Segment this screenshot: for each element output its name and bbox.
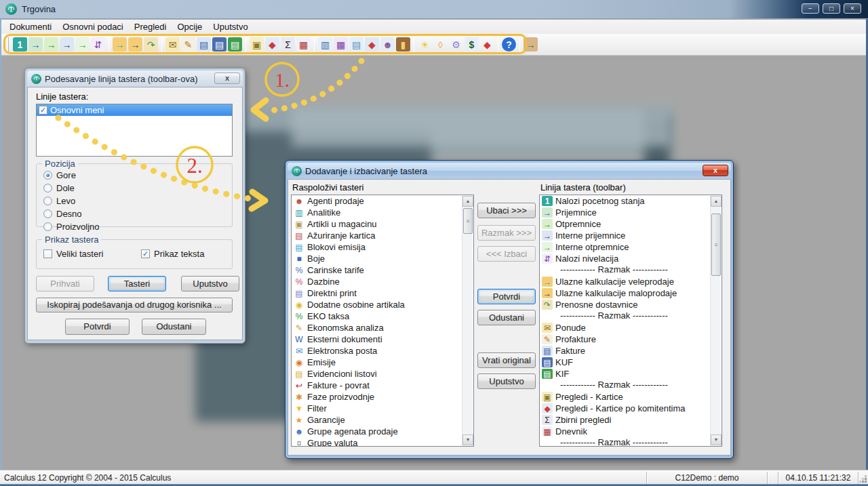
knjiga-podsetnik-icon[interactable]: ▮ [396,37,410,52]
right-list-scrollbar[interactable]: ▲ ▼ [710,196,721,445]
razmak-separator-item[interactable]: ------------ Razmak ------------ [540,380,722,391]
menu-item-uputstvo[interactable]: Uputstvo [208,20,253,33]
left-list-scrollbar[interactable]: ▲ ▼ [462,196,473,445]
odustani-button[interactable]: Odustani [477,310,536,325]
nalozi-pocetnog-stanja-icon[interactable]: 1 [13,37,27,52]
checkbox-icon[interactable]: ✓ [141,249,150,258]
zbirni-pregledi-icon[interactable]: Σ [281,37,295,52]
list-item-a-uriranje-kartica[interactable]: ▤Ažuriranje kartica [292,230,473,241]
radio-levo[interactable]: Levo [43,195,232,207]
list-item-ponude[interactable]: ✉Ponude [540,322,722,333]
izlaz-icon[interactable]: → [524,37,538,52]
prijemnice-icon[interactable]: → [28,37,43,52]
interne-otpremnice-icon[interactable]: → [75,37,90,52]
list-item-analitike[interactable]: ▥Analitike [292,207,473,218]
uputstvo-button[interactable]: Uputstvo [477,373,536,389]
list-item-pregledi-kartice-po-komitentima[interactable]: ◆Pregledi - Kartice po komitentima [540,403,722,414]
maximize-button[interactable]: □ [823,3,840,14]
list-item-zbirni-pregledi[interactable]: ΣZbirni pregledi [540,414,722,426]
minimize-button[interactable]: − [802,3,819,14]
toolbar-grip[interactable] [7,37,9,52]
list-item-carinske-tarife[interactable]: %Carinske tarife [292,264,473,276]
list-item-prijemnice[interactable]: →Prijemnice [540,207,722,218]
vrati-original-button[interactable]: Vrati original [477,352,536,368]
fakture-icon[interactable]: ▤ [197,37,211,52]
ponude-icon[interactable]: ✉ [165,37,180,52]
list-item-kif[interactable]: ▤KIF [540,368,722,380]
potvrdi-button[interactable]: Potvrdi [65,319,130,335]
list-item-kuf[interactable]: ▤KUF [540,357,722,368]
menu-item-pregledi[interactable]: Pregledi [129,20,172,33]
scroll-down-icon[interactable]: ▼ [711,434,722,445]
menu-item-opcije[interactable]: Opcije [172,20,208,33]
pregled-po-agentima-icon[interactable]: ☻ [380,37,395,52]
list-item-eksterni-dokumenti[interactable]: WEksterni dokumenti [292,333,473,345]
radio-icon[interactable] [43,209,52,218]
radio-desno[interactable]: Desno [43,208,232,220]
list-item-dazbine[interactable]: %Dazbine [292,276,473,287]
list-item-artikli-u-magacinu[interactable]: ▣Artikli u magacinu [292,218,473,230]
uputstvo-button[interactable]: Uputstvo [181,276,239,291]
otpremnice-icon[interactable]: → [44,37,58,52]
list-item-nalozi-nivelacija[interactable]: ⇵Nalozi nivelacija [540,253,722,264]
radio-proizvoljno[interactable]: Proizvoljno [43,221,232,232]
list-item-profakture[interactable]: ✎Profakture [540,333,722,345]
radio-icon[interactable] [43,197,52,205]
list-item-pregledi-kartice[interactable]: ▣Pregledi - Kartice [540,391,722,403]
dialog2-close-icon[interactable]: x [703,165,728,176]
radio-icon[interactable] [43,184,52,193]
scrollbar-thumb[interactable] [463,208,473,234]
list-item-fakture[interactable]: ▤Fakture [540,345,722,357]
close-button[interactable]: × [844,3,861,14]
blagajna-icon[interactable]: $ [465,37,479,52]
pomoc-icon[interactable]: ? [502,37,516,52]
toolbar-lines-list[interactable]: ✓Osnovni meni [36,104,233,157]
menu-item-osnovni-podaci[interactable]: Osnovni podaci [57,20,129,33]
kif-icon[interactable]: ▤ [228,37,242,52]
list-item-ulazne-kalkulacije-veleprodaje[interactable]: →Ulazne kalkulacije veleprodaje [540,276,722,287]
radio-icon[interactable] [43,222,52,231]
resize-grip[interactable] [859,472,868,484]
scroll-up-icon[interactable]: ▲ [711,196,722,207]
list-item-evidencioni-listovi[interactable]: ▤Evidencioni listovi [292,368,473,380]
scroll-down-icon[interactable]: ▼ [462,434,473,445]
list-item-ulazne-kalkulacije-maloprodaje[interactable]: →Ulazne kalkulacije maloprodaje [540,287,722,299]
list-item-emisije[interactable]: ◉Emisije [292,357,473,368]
scroll-up-icon[interactable]: ▲ [462,196,473,207]
list-item-garancije[interactable]: ★Garancije [292,414,473,426]
list-item-fakture-povrat[interactable]: ↩Fakture - povrat [292,380,473,391]
list-item-eko-taksa[interactable]: %EKO taksa [292,310,473,322]
kuf-icon[interactable]: ▤ [212,37,226,52]
toolbar-line-item[interactable]: ✓Osnovni meni [37,104,232,116]
list-item-elektronska-posta[interactable]: ✉Elektronska posta [292,345,473,357]
ulazne-kalkulacije-maloprodaje-icon[interactable]: → [128,37,142,52]
list-item-agenti-prodaje[interactable]: ☻Agenti prodaje [292,195,473,207]
list-item-filter[interactable]: ▼Filter [292,403,473,414]
prihvati-button[interactable]: Prihvati [36,276,94,291]
kopije-dokumenata-icon[interactable]: ▤ [349,37,363,52]
ulazne-kalkulacije-veleprodaje-icon[interactable]: → [113,37,127,52]
potvrdi-button[interactable]: Potvrdi [477,289,536,304]
pregled-dokumenata-icon[interactable]: ▥ [318,37,332,52]
checkbox-veliki-tasteri[interactable]: Veliki tasteri [43,248,134,260]
razmak-separator-item[interactable]: ------------ Razmak ------------ [540,310,722,322]
checkbox-icon[interactable]: ✓ [39,106,47,115]
list-item-grupe-agenata-prodaje[interactable]: ☻Grupe agenata prodaje [292,426,473,437]
iskopiraj-podesavanja-button[interactable]: Iskopiraj podešavanja od drugog korisnik… [36,298,233,312]
odustani-button[interactable]: Odustani [142,319,206,335]
list-item-blokovi-emisija[interactable]: ▤Blokovi emisija [292,241,473,253]
podsetnik-icon[interactable]: ☀ [418,37,432,52]
interne-prijemnice-icon[interactable]: → [60,37,74,52]
radio-gore[interactable]: Gore [43,169,232,181]
scrollbar-thumb[interactable] [711,214,721,276]
available-buttons-list[interactable]: ▲ ▼ ☻Agenti prodaje▥Analitike▣Artikli u … [291,195,474,447]
dialog1-close-icon[interactable]: x [214,73,240,84]
izbaci-button[interactable]: <<< Izbaci [477,246,536,262]
pregled-po-komitentima-icon[interactable]: ◆ [365,37,379,52]
list-item-interne-prijemnice[interactable]: →Interne prijemnice [540,230,722,241]
list-item-nalozi-pocetnog-stanja[interactable]: 1Nalozi pocetnog stanja [540,195,722,207]
list-item-otpremnice[interactable]: →Otpremnice [540,218,722,230]
menu-item-dokumenti[interactable]: Dokumenti [4,20,57,33]
checkbox-icon[interactable] [43,249,52,258]
list-item-dodatne-osobine-artikala[interactable]: ◉Dodatne osobine artikala [292,299,473,310]
